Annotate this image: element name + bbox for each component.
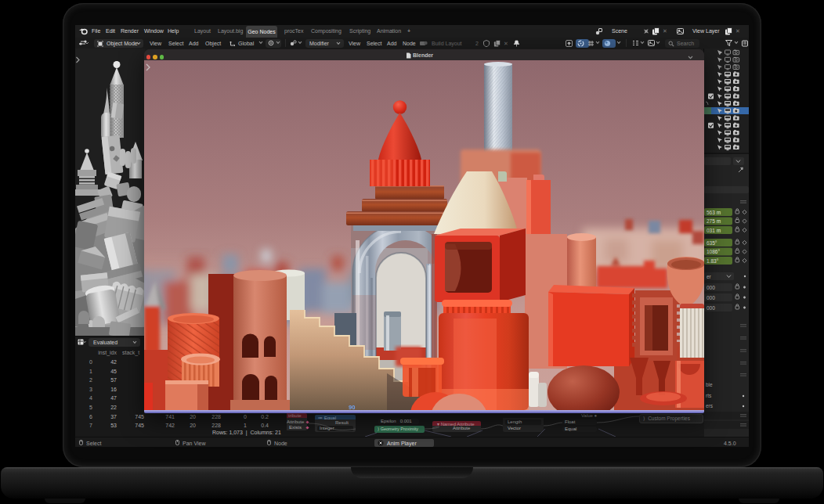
svg-text:1086°: 1086° <box>707 249 720 254</box>
svg-text:000: 000 <box>707 285 715 290</box>
svg-text:er: er <box>707 274 712 279</box>
svg-text:563 m: 563 m <box>707 210 721 215</box>
svg-text:ble: ble <box>706 382 713 387</box>
svg-text:000: 000 <box>707 305 715 311</box>
svg-text:275 m: 275 m <box>707 218 721 224</box>
svg-text:rts: rts <box>706 393 712 398</box>
svg-text:031 m: 031 m <box>707 228 721 233</box>
svg-text:635°: 635° <box>707 240 717 246</box>
svg-text:1.83°: 1.83° <box>707 258 719 264</box>
svg-text:000: 000 <box>707 295 715 301</box>
svg-text:ers: ers <box>706 403 714 409</box>
